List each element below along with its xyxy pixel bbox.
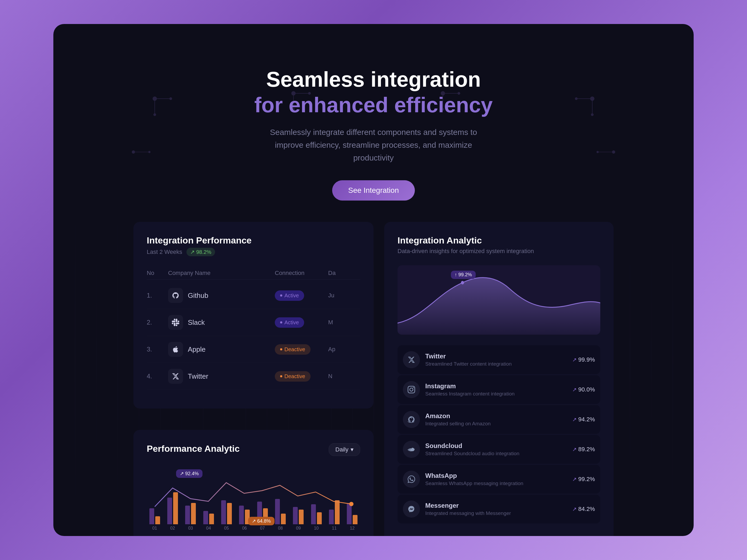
twitter-icon (403, 351, 420, 368)
analytic-card-subtitle: Data-driven insights for optimized syste… (397, 248, 600, 255)
company-cell: Slack (168, 315, 275, 330)
company-cell: Github (168, 288, 275, 303)
perf-subtitle-label: Last 2 Weeks (147, 248, 182, 256)
hero-section: Seamless integration for enhanced effici… (254, 24, 493, 222)
messenger-info: Messenger Integrated messaging with Mess… (425, 502, 567, 516)
soundcloud-info: Soundcloud Streamlined Soundcloud audio … (425, 442, 567, 456)
whatsapp-info: WhatsApp Seamless WhatsApp messaging int… (425, 472, 567, 486)
arrow-icon: ↗ (572, 476, 577, 482)
whatsapp-pct: ↗ 99.2% (572, 476, 595, 483)
soundcloud-pct: ↗ 89.2% (572, 446, 595, 453)
twitter-pct: ↗ 99.9% (572, 356, 595, 363)
area-chart-container: ↑ 99.2% (397, 265, 600, 335)
row-num: 2. (147, 319, 168, 326)
whatsapp-icon (403, 471, 420, 488)
hero-title-line1: Seamless integration (254, 67, 493, 92)
area-chart-svg (397, 265, 600, 335)
chevron-down-icon: ▾ (351, 446, 354, 453)
integration-desc: Streamlined Soundcloud audio integration (425, 451, 567, 456)
company-cell: Twitter (168, 369, 275, 384)
svg-point-55 (349, 502, 354, 506)
svg-point-30 (153, 113, 156, 116)
svg-point-46 (575, 97, 577, 100)
daily-select[interactable]: Daily ▾ (329, 443, 360, 456)
col-connection: Connection (275, 270, 328, 276)
svg-point-44 (590, 97, 594, 101)
arrow-icon: ↗ (572, 446, 577, 453)
bar-chart-container: ↗ 92.4% ↗ 64.8% (147, 466, 360, 536)
integration-desc: Seamless WhatsApp messaging integration (425, 481, 567, 486)
integration-name: Messenger (425, 502, 567, 509)
company-name-apple: Apple (188, 345, 206, 354)
date-github: Ju (328, 292, 360, 299)
integration-desc: Integrated messaging with Messenger (425, 510, 567, 516)
perf-card-subtitle-row: Last 2 Weeks ↗ 98.2% (147, 248, 360, 256)
messenger-icon (403, 501, 420, 517)
amazon-icon (403, 411, 420, 428)
instagram-icon (403, 381, 420, 398)
table-row: 3. Apple Deactive Ap (147, 336, 360, 363)
hero-title-line2: for enhanced efficiency (254, 92, 493, 118)
instagram-info: Instagram Seamless Instagram content int… (425, 382, 567, 397)
chart-tooltip-2: ↗ 64.8% (248, 517, 275, 525)
analytic-title: Performance Analytic (147, 444, 239, 454)
row-num: 1. (147, 292, 168, 299)
integration-name: Amazon (425, 412, 567, 420)
integration-item-whatsapp: WhatsApp Seamless WhatsApp messaging int… (397, 465, 600, 494)
twitter-info: Twitter Streamlined Twitter content inte… (425, 352, 567, 367)
company-name-slack: Slack (188, 318, 205, 327)
svg-point-53 (596, 151, 599, 153)
integration-item-amazon: Amazon Integrated selling on Amazon ↗ 94… (397, 405, 600, 434)
performance-analytic-card: Performance Analytic Daily ▾ ↗ 92.4% ↗ 6… (133, 430, 374, 536)
col-company: Company Name (168, 270, 275, 276)
svg-point-49 (132, 151, 135, 154)
col-date: Da (328, 270, 360, 276)
amazon-pct: ↗ 94.2% (572, 416, 595, 423)
arrow-icon: ↗ (572, 386, 577, 393)
integration-item-soundcloud: Soundcloud Streamlined Soundcloud audio … (397, 435, 600, 464)
date-twitter: N (328, 373, 360, 380)
integration-name: Twitter (425, 352, 567, 360)
company-icon-slack (168, 315, 183, 330)
integration-desc: Streamlined Twitter content integration (425, 361, 567, 367)
svg-point-56 (461, 281, 464, 285)
performance-card: Integration Performance Last 2 Weeks ↗ 9… (133, 222, 374, 408)
chart-tooltip-1: ↗ 92.4% (176, 469, 203, 478)
company-cell: Apple (168, 342, 275, 357)
company-name-github: Github (188, 291, 208, 300)
hero-subtitle: Seamlessly integrate different component… (267, 126, 480, 164)
main-container: Seamless integration for enhanced effici… (53, 24, 694, 536)
perf-badge: ↗ 98.2% (186, 248, 215, 256)
integration-name: Soundcloud (425, 442, 567, 450)
see-integration-button[interactable]: See Integration (332, 180, 415, 201)
analytic-header: Performance Analytic Daily ▾ (147, 443, 360, 456)
svg-point-31 (170, 97, 172, 100)
col-no: No (147, 270, 168, 276)
status-github: Active (275, 290, 304, 301)
table-row: 2. Slack Active M (147, 309, 360, 336)
svg-point-29 (153, 97, 157, 101)
date-slack: M (328, 319, 360, 326)
arrow-icon: ↗ (572, 416, 577, 423)
integration-item-messenger: Messenger Integrated messaging with Mess… (397, 495, 600, 524)
integration-item-instagram: Instagram Seamless Instagram content int… (397, 375, 600, 404)
table-row: 1. Github Active Ju (147, 282, 360, 309)
left-column: Integration Performance Last 2 Weeks ↗ 9… (133, 222, 374, 536)
integration-item-twitter: Twitter Streamlined Twitter content inte… (397, 345, 600, 374)
integration-desc: Integrated selling on Amazon (425, 421, 567, 427)
svg-point-52 (612, 151, 615, 154)
integration-name: Instagram (425, 382, 567, 390)
company-icon-github (168, 288, 183, 303)
arrow-icon: ↗ (572, 506, 577, 512)
cards-area: Integration Performance Last 2 Weeks ↗ 9… (53, 222, 694, 536)
table-row: 4. Twitter Deactive N (147, 363, 360, 390)
svg-point-50 (148, 151, 151, 153)
row-num: 4. (147, 373, 168, 380)
instagram-pct: ↗ 90.0% (572, 386, 595, 393)
perf-card-title: Integration Performance (147, 235, 360, 246)
row-num: 3. (147, 346, 168, 353)
status-twitter: Deactive (275, 371, 311, 381)
status-slack: Active (275, 317, 304, 328)
soundcloud-icon (403, 441, 420, 458)
svg-point-45 (591, 113, 594, 116)
